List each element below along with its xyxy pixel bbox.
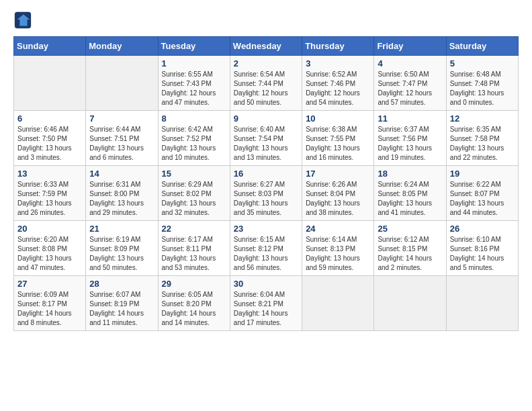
day-number: 11 — [378, 113, 442, 124]
weekday-header: Friday — [374, 37, 446, 56]
day-number: 29 — [162, 279, 226, 289]
calendar-cell: 25Sunrise: 6:12 AMSunset: 8:15 PMDayligh… — [374, 221, 446, 276]
calendar-cell: 20Sunrise: 6:20 AMSunset: 8:08 PMDayligh… — [14, 221, 86, 276]
day-number: 7 — [89, 113, 154, 124]
calendar-cell — [86, 56, 158, 111]
calendar-cell: 1Sunrise: 6:55 AMSunset: 7:43 PMDaylight… — [158, 56, 230, 111]
calendar-cell: 22Sunrise: 6:17 AMSunset: 8:11 PMDayligh… — [158, 221, 230, 276]
day-info: Sunrise: 6:37 AMSunset: 7:56 PMDaylight:… — [378, 125, 442, 163]
calendar-cell: 21Sunrise: 6:19 AMSunset: 8:09 PMDayligh… — [86, 221, 158, 276]
weekday-header: Thursday — [302, 37, 374, 56]
day-number: 15 — [162, 169, 226, 179]
day-info: Sunrise: 6:27 AMSunset: 8:03 PMDaylight:… — [234, 180, 298, 218]
calendar-cell — [14, 56, 86, 111]
day-info: Sunrise: 6:35 AMSunset: 7:58 PMDaylight:… — [450, 125, 515, 163]
calendar-cell — [446, 276, 518, 331]
day-number: 21 — [89, 224, 154, 234]
logo — [13, 11, 34, 30]
logo-icon — [13, 11, 32, 30]
calendar-cell — [374, 276, 446, 331]
weekday-header: Monday — [86, 37, 158, 56]
weekday-header: Wednesday — [230, 37, 302, 56]
day-number: 28 — [89, 279, 154, 289]
day-info: Sunrise: 6:07 AMSunset: 8:19 PMDaylight:… — [89, 290, 154, 328]
calendar-cell: 9Sunrise: 6:40 AMSunset: 7:54 PMDaylight… — [230, 111, 302, 166]
day-number: 24 — [306, 224, 370, 234]
day-info: Sunrise: 6:50 AMSunset: 7:47 PMDaylight:… — [378, 70, 442, 107]
day-info: Sunrise: 6:46 AMSunset: 7:50 PMDaylight:… — [17, 125, 82, 163]
day-number: 16 — [234, 169, 298, 179]
day-info: Sunrise: 6:24 AMSunset: 8:05 PMDaylight:… — [378, 180, 442, 218]
calendar-cell — [302, 276, 374, 331]
calendar-cell: 5Sunrise: 6:48 AMSunset: 7:48 PMDaylight… — [446, 56, 518, 111]
calendar-cell: 2Sunrise: 6:54 AMSunset: 7:44 PMDaylight… — [230, 56, 302, 111]
day-info: Sunrise: 6:04 AMSunset: 8:21 PMDaylight:… — [234, 290, 298, 328]
day-number: 13 — [17, 169, 82, 179]
day-info: Sunrise: 6:05 AMSunset: 8:20 PMDaylight:… — [162, 290, 226, 328]
calendar-cell: 24Sunrise: 6:14 AMSunset: 8:13 PMDayligh… — [302, 221, 374, 276]
day-number: 19 — [450, 169, 515, 179]
day-number: 18 — [378, 169, 442, 179]
calendar-week-row: 20Sunrise: 6:20 AMSunset: 8:08 PMDayligh… — [14, 221, 519, 276]
day-number: 27 — [17, 279, 82, 289]
day-info: Sunrise: 6:55 AMSunset: 7:43 PMDaylight:… — [162, 70, 226, 107]
day-number: 14 — [89, 169, 154, 179]
calendar-cell: 13Sunrise: 6:33 AMSunset: 7:59 PMDayligh… — [14, 166, 86, 221]
calendar-cell: 11Sunrise: 6:37 AMSunset: 7:56 PMDayligh… — [374, 111, 446, 166]
day-info: Sunrise: 6:33 AMSunset: 7:59 PMDaylight:… — [17, 180, 82, 218]
day-info: Sunrise: 6:15 AMSunset: 8:12 PMDaylight:… — [234, 235, 298, 273]
day-number: 22 — [162, 224, 226, 234]
calendar-cell: 12Sunrise: 6:35 AMSunset: 7:58 PMDayligh… — [446, 111, 518, 166]
day-info: Sunrise: 6:19 AMSunset: 8:09 PMDaylight:… — [89, 235, 154, 273]
day-number: 26 — [450, 224, 515, 234]
header — [13, 11, 519, 30]
day-number: 3 — [306, 58, 370, 68]
day-info: Sunrise: 6:52 AMSunset: 7:46 PMDaylight:… — [306, 70, 370, 107]
calendar-week-row: 1Sunrise: 6:55 AMSunset: 7:43 PMDaylight… — [14, 56, 519, 111]
weekday-header: Tuesday — [158, 37, 230, 56]
day-info: Sunrise: 6:48 AMSunset: 7:48 PMDaylight:… — [450, 70, 515, 107]
day-info: Sunrise: 6:09 AMSunset: 8:17 PMDaylight:… — [17, 290, 82, 328]
calendar-cell: 26Sunrise: 6:10 AMSunset: 8:16 PMDayligh… — [446, 221, 518, 276]
calendar-cell: 27Sunrise: 6:09 AMSunset: 8:17 PMDayligh… — [14, 276, 86, 331]
day-number: 25 — [378, 224, 442, 234]
calendar-cell: 17Sunrise: 6:26 AMSunset: 8:04 PMDayligh… — [302, 166, 374, 221]
day-number: 30 — [234, 279, 298, 289]
calendar-cell: 28Sunrise: 6:07 AMSunset: 8:19 PMDayligh… — [86, 276, 158, 331]
day-number: 8 — [162, 113, 226, 124]
calendar-cell: 4Sunrise: 6:50 AMSunset: 7:47 PMDaylight… — [374, 56, 446, 111]
day-number: 9 — [234, 113, 298, 124]
calendar-cell: 7Sunrise: 6:44 AMSunset: 7:51 PMDaylight… — [86, 111, 158, 166]
day-number: 2 — [234, 58, 298, 68]
calendar-cell: 8Sunrise: 6:42 AMSunset: 7:52 PMDaylight… — [158, 111, 230, 166]
day-info: Sunrise: 6:20 AMSunset: 8:08 PMDaylight:… — [17, 235, 82, 273]
calendar-week-row: 13Sunrise: 6:33 AMSunset: 7:59 PMDayligh… — [14, 166, 519, 221]
day-info: Sunrise: 6:12 AMSunset: 8:15 PMDaylight:… — [378, 235, 442, 273]
day-info: Sunrise: 6:17 AMSunset: 8:11 PMDaylight:… — [162, 235, 226, 273]
day-number: 1 — [162, 58, 226, 68]
day-number: 20 — [17, 224, 82, 234]
day-info: Sunrise: 6:31 AMSunset: 8:00 PMDaylight:… — [89, 180, 154, 218]
calendar-cell: 6Sunrise: 6:46 AMSunset: 7:50 PMDaylight… — [14, 111, 86, 166]
day-info: Sunrise: 6:38 AMSunset: 7:55 PMDaylight:… — [306, 125, 370, 163]
page: SundayMondayTuesdayWednesdayThursdayFrid… — [0, 0, 532, 411]
day-number: 6 — [17, 113, 82, 124]
calendar-cell: 18Sunrise: 6:24 AMSunset: 8:05 PMDayligh… — [374, 166, 446, 221]
calendar-week-row: 6Sunrise: 6:46 AMSunset: 7:50 PMDaylight… — [14, 111, 519, 166]
calendar-cell: 19Sunrise: 6:22 AMSunset: 8:07 PMDayligh… — [446, 166, 518, 221]
calendar-cell: 29Sunrise: 6:05 AMSunset: 8:20 PMDayligh… — [158, 276, 230, 331]
day-number: 5 — [450, 58, 515, 68]
day-info: Sunrise: 6:14 AMSunset: 8:13 PMDaylight:… — [306, 235, 370, 273]
day-info: Sunrise: 6:40 AMSunset: 7:54 PMDaylight:… — [234, 125, 298, 163]
day-info: Sunrise: 6:26 AMSunset: 8:04 PMDaylight:… — [306, 180, 370, 218]
weekday-header: Sunday — [14, 37, 86, 56]
day-number: 4 — [378, 58, 442, 68]
day-info: Sunrise: 6:10 AMSunset: 8:16 PMDaylight:… — [450, 235, 515, 273]
day-info: Sunrise: 6:29 AMSunset: 8:02 PMDaylight:… — [162, 180, 226, 218]
calendar-cell: 16Sunrise: 6:27 AMSunset: 8:03 PMDayligh… — [230, 166, 302, 221]
day-info: Sunrise: 6:22 AMSunset: 8:07 PMDaylight:… — [450, 180, 515, 218]
calendar-cell: 10Sunrise: 6:38 AMSunset: 7:55 PMDayligh… — [302, 111, 374, 166]
day-info: Sunrise: 6:44 AMSunset: 7:51 PMDaylight:… — [89, 125, 154, 163]
day-number: 12 — [450, 113, 515, 124]
day-number: 17 — [306, 169, 370, 179]
